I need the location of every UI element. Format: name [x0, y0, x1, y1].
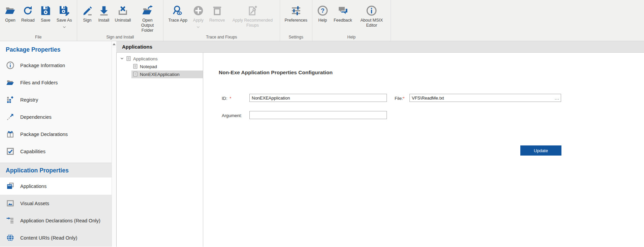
sidebar-item-package-declarations[interactable]: Package Declarations [0, 126, 112, 143]
sidebar-item-capabilities[interactable]: Capabilities [0, 143, 112, 160]
about-msix-editor-button-label: About MSIX Editor [358, 18, 386, 28]
chevron-down-icon[interactable] [63, 24, 66, 26]
about-info-icon [366, 3, 377, 18]
ribbon-group-settings: Preferences Settings [280, 0, 312, 41]
id-input[interactable] [249, 94, 387, 102]
file-input[interactable] [409, 94, 561, 102]
remove-trash-icon [212, 3, 223, 18]
trace-app-button[interactable]: Trace App [165, 2, 190, 24]
sidebar-item-label: Visual Assets [20, 201, 49, 206]
sidebar-item-visual-assets[interactable]: Visual Assets [0, 195, 112, 212]
open-output-folder-icon [142, 3, 153, 18]
form-heading: Non-Exe Application Properties Configura… [219, 70, 333, 76]
feedback-button[interactable]: Feedback [331, 2, 355, 24]
page-title: Applications [116, 41, 644, 53]
sidebar-item-package-information[interactable]: Package Information [0, 57, 112, 74]
chevron-down-icon[interactable] [196, 24, 200, 26]
ribbon: Open Reload Save Save As [0, 0, 644, 41]
apply-recommended-fixups-button-label: Apply Recommended Fixups [231, 18, 275, 28]
tree-item-nonexeapplication[interactable]: NonEXEApplication [131, 71, 203, 78]
app-window-icon [6, 182, 14, 191]
apply-recommended-fixups-button[interactable]: Apply Recommended Fixups [228, 2, 278, 29]
update-button[interactable]: Update [520, 145, 561, 156]
apply-button[interactable]: Apply [190, 2, 207, 27]
svg-text:?: ? [321, 7, 325, 14]
sidebar-item-label: Application Declarations (Read Only) [20, 218, 100, 223]
globe-icon [6, 234, 14, 242]
ribbon-group-help: ? Help Feedback About MSIX Editor Help [312, 0, 391, 41]
ribbon-group-label: Settings [280, 35, 312, 39]
apply-button-label: Apply [193, 18, 204, 23]
sidebar-item-applications[interactable]: Applications [0, 177, 112, 195]
save-icon [40, 3, 51, 18]
save-as-button[interactable]: Save As [54, 2, 75, 27]
uninstall-x-icon [117, 3, 128, 18]
tree-item-label: Notepad [140, 64, 157, 69]
sidebar-scrollbar[interactable] [112, 41, 116, 247]
sidebar-item-files-and-folders[interactable]: Files and Folders [0, 74, 112, 91]
trace-app-magnifier-icon [172, 3, 183, 18]
feedback-button-label: Feedback [334, 18, 352, 23]
about-msix-editor-button[interactable]: About MSIX Editor [355, 2, 389, 29]
reload-button[interactable]: Reload [19, 2, 37, 24]
install-button[interactable]: Install [96, 2, 112, 24]
reload-icon [22, 3, 33, 18]
folder-icon [6, 78, 14, 87]
image-icon [6, 199, 14, 208]
open-folder-icon [5, 3, 16, 18]
sidebar-item-application-declarations[interactable]: Application Declarations (Read Only) [0, 212, 112, 229]
sidebar-item-label: Files and Folders [20, 80, 58, 85]
content-body: Applications Notepad NonEXEApplication [116, 53, 644, 247]
sign-button-label: Sign [83, 18, 91, 23]
open-output-folder-button[interactable]: Open Output Folder [133, 2, 161, 34]
ribbon-group-label: File [0, 35, 77, 39]
tree-item-label: NonEXEApplication [140, 72, 180, 77]
tree-item-applications-root[interactable]: Applications [117, 55, 203, 63]
open-button[interactable]: Open [2, 2, 19, 24]
sidebar: Package Properties Package Information F… [0, 41, 112, 247]
browse-file-button[interactable]: ... [554, 94, 560, 101]
save-as-button-label: Save As [57, 18, 72, 23]
open-output-folder-button-label: Open Output Folder [136, 18, 158, 33]
help-button[interactable]: ? Help [314, 2, 331, 24]
sidebar-section-package-properties: Package Properties Package Information F… [0, 41, 112, 160]
content-panel: Applications Applications [116, 41, 644, 247]
application-properties-form: Non-Exe Application Properties Configura… [203, 53, 644, 247]
id-field-label: ID: * [222, 96, 231, 101]
fixups-wrench-document-icon [247, 3, 258, 18]
sidebar-item-label: Registry [20, 97, 38, 103]
gift-box-icon [6, 130, 14, 139]
sign-button[interactable]: Sign [79, 2, 96, 24]
ribbon-group-label: Trace and Fixups [163, 35, 279, 39]
sidebar-item-label: Package Information [20, 63, 65, 68]
sidebar-item-label: Package Declarations [20, 132, 68, 137]
scroll-up-button[interactable] [112, 41, 116, 47]
apply-plus-icon [193, 3, 204, 18]
sidebar-item-label: Dependencies [20, 114, 52, 120]
sidebar-header-package-properties: Package Properties [0, 41, 112, 57]
preferences-button[interactable]: Preferences [282, 2, 310, 24]
info-circle-icon [6, 61, 14, 70]
sidebar-item-label: Content URIs (Read Only) [20, 235, 77, 241]
uninstall-button[interactable]: Uninstall [112, 2, 134, 24]
sidebar-item-registry[interactable]: Registry [0, 91, 112, 108]
tree-item-notepad[interactable]: Notepad [131, 63, 203, 71]
save-button-label: Save [41, 18, 51, 23]
chevron-down-icon[interactable] [120, 56, 124, 61]
sidebar-item-dependencies[interactable]: Dependencies [0, 108, 112, 126]
sidebar-item-label: Applications [20, 184, 47, 189]
document-list-icon [126, 56, 131, 62]
help-question-icon: ? [317, 3, 328, 18]
sidebar-item-content-uris[interactable]: Content URIs (Read Only) [0, 229, 112, 246]
sidebar-section-application-properties: Application Properties Applications Visu… [0, 163, 112, 247]
tree-item-label: Applications [133, 56, 158, 61]
file-field-label: File:* [395, 96, 405, 101]
ribbon-group-sign-and-install: Sign Install Uninstall Open Output Folde… [77, 0, 164, 41]
argument-input[interactable] [249, 111, 387, 119]
document-list-icon [133, 64, 138, 70]
remove-button[interactable]: Remove [207, 2, 228, 24]
applications-tree: Applications Notepad NonEXEApplication [116, 53, 203, 247]
ribbon-group-file: Open Reload Save Save As [0, 0, 77, 41]
save-button[interactable]: Save [37, 2, 54, 24]
sidebar-item-label: Capabilities [20, 149, 45, 154]
